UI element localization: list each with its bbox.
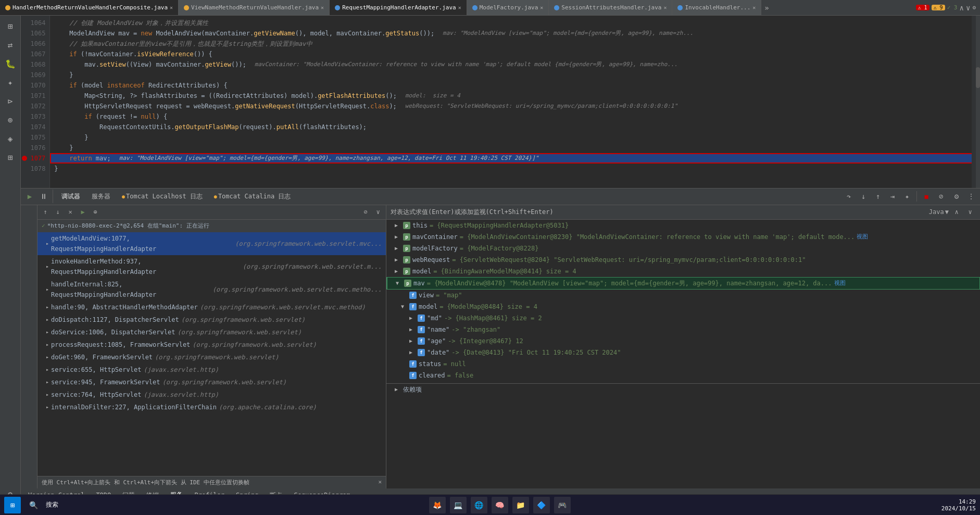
expand-icon[interactable]: ∧ [960, 4, 964, 12]
more-tabs-button[interactable]: » [761, 4, 772, 12]
step-over-button[interactable]: ↷ [842, 190, 856, 203]
sidebar-icon-7[interactable]: ⊞ [2, 149, 19, 166]
mute-button[interactable]: ⊘ [934, 190, 948, 203]
var-dependencies[interactable]: 依赖项 [386, 383, 980, 395]
close-tab-icon[interactable]: ✕ [752, 5, 756, 10]
close-tip-icon[interactable]: ✕ [378, 479, 382, 485]
debug-tab-server[interactable]: 服务器 [86, 189, 116, 204]
settings-icon[interactable]: ⚙ [950, 190, 963, 203]
services-label[interactable]: 服务 [21, 205, 37, 212]
tab-requestmapping-adapter[interactable]: RequestMappingHandlerAdapter.java ✕ [330, 0, 467, 16]
chevron-down-icon[interactable]: ∨ [372, 206, 384, 218]
tab-viewname-handler[interactable]: ViewNameMethodReturnValueHandler.java ✕ [179, 0, 330, 16]
expand-icon[interactable] [395, 266, 401, 277]
run-to-cursor-button[interactable]: ⇥ [886, 190, 899, 203]
evaluate-button[interactable]: ✦ [900, 190, 914, 203]
hide-button[interactable]: ✕ [65, 206, 76, 218]
stack-item-10[interactable]: ▸ service:764, HttpServlet (javax.servle… [37, 388, 386, 401]
var-model[interactable]: p model = {BindingAwareModelMap@8414} si… [386, 266, 980, 277]
stack-item-3[interactable]: ▸ handle:90, AbstractHandlerMethodAdapte… [37, 301, 386, 313]
lang-dropdown-icon[interactable]: ▼ [945, 208, 949, 216]
stack-item-11[interactable]: ▸ internalDoFilter:227, ApplicationFilte… [37, 401, 386, 413]
var-mav-model-date[interactable]: f "date" -> {Date@8413} "Fri Oct 11 19:4… [386, 347, 980, 358]
close-tab-icon[interactable]: ✕ [540, 5, 543, 10]
step-out-button[interactable]: ↑ [871, 190, 885, 203]
taskbar-app-idea[interactable]: 🧠 [492, 497, 508, 513]
view-link[interactable]: 视图 [834, 278, 846, 288]
var-mav-cleared[interactable]: f cleared = false [386, 370, 980, 381]
close-tab-icon[interactable]: ✕ [170, 5, 173, 10]
stack-item-7[interactable]: ▸ doGet:960, FrameworkServlet (org.sprin… [37, 351, 386, 363]
taskbar-app-7[interactable]: 🎮 [554, 497, 571, 513]
taskbar-app-1[interactable]: 🦊 [429, 497, 446, 513]
debug-tab-tomcat-catalina[interactable]: ● Tomcat Catalina 日志 [209, 189, 296, 204]
sidebar-icon-3[interactable]: ✦ [2, 74, 19, 91]
expand-icon[interactable] [409, 324, 416, 335]
expand-icon[interactable] [395, 232, 401, 242]
sidebar-icon-6[interactable]: ◈ [2, 130, 19, 147]
tab-modelfactory[interactable]: ModelFactory.java ✕ [467, 0, 549, 16]
var-mavcontainer[interactable]: p mavContainer = {ModelAndViewContainer@… [386, 231, 980, 243]
debug-tab-debugger[interactable]: 调试器 [56, 189, 85, 204]
filter-icon[interactable]: ⊘ [360, 206, 371, 218]
code-content[interactable]: // 创建 ModelAndView 对象，并设置相关属性 ModelAndVi… [50, 16, 980, 188]
editor-scroll-thumb[interactable] [976, 67, 980, 88]
taskbar-app-5[interactable]: 📁 [512, 497, 529, 513]
stack-item-5[interactable]: ▸ doService:1006, DispatcherServlet (org… [37, 326, 386, 338]
sidebar-icon-5[interactable]: ⊕ [2, 111, 19, 128]
var-mav-model[interactable]: f model = {ModelMap@8484} size = 4 [386, 301, 980, 312]
var-down-icon[interactable]: ∨ [964, 206, 976, 218]
var-mav-status[interactable]: f status = null [386, 358, 980, 370]
expand-icon[interactable] [395, 384, 401, 395]
search-taskbar-button[interactable]: 🔍 [25, 497, 42, 513]
sidebar-icon-4[interactable]: ⊳ [2, 93, 19, 109]
close-tab-icon[interactable]: ✕ [663, 5, 667, 10]
stack-item-9[interactable]: ▸ service:945, FrameworkServlet (org.spr… [37, 376, 386, 388]
var-this[interactable]: p this = {RequestMappingHandlerAdapter@5… [386, 220, 980, 231]
run-panel-button[interactable]: ▶ [77, 206, 89, 218]
close-tab-icon[interactable]: ✕ [458, 5, 461, 10]
step-into-button[interactable]: ↓ [857, 190, 870, 203]
expand-icon[interactable] [409, 313, 416, 323]
expand-icon[interactable] [395, 255, 401, 265]
resume-button[interactable]: ▶ [23, 190, 36, 203]
taskbar-app-2[interactable]: 💻 [450, 497, 467, 513]
stack-item-8[interactable]: ▸ service:655, HttpServlet (javax.servle… [37, 363, 386, 376]
var-mav-model-age[interactable]: f "age" -> {Integer@8467} 12 [386, 335, 980, 347]
start-button[interactable]: ⊞ [4, 497, 21, 513]
var-mav[interactable]: p mav = {ModelAndView@8478} "ModelAndVie… [386, 277, 980, 290]
sidebar-icon-1[interactable]: ⊞ [2, 18, 19, 34]
close-tab-icon[interactable]: ✕ [321, 5, 324, 10]
taskbar-app-6[interactable]: 🔷 [533, 497, 550, 513]
pause-button[interactable]: ⏸ [37, 190, 51, 203]
settings-icon[interactable]: ⚙ [972, 4, 976, 11]
expand-icon[interactable] [396, 278, 402, 288]
collapse-icon[interactable]: ∨ [966, 4, 970, 12]
tab-handler-composite[interactable]: HandlerMethodReturnValueHandlerComposite… [0, 0, 179, 16]
tab-session-handler[interactable]: SessionAttributesHandler.java ✕ [549, 0, 672, 16]
editor-scrollbar[interactable] [976, 16, 980, 188]
debug-tab-tomcat-localhost[interactable]: ● Tomcat Localhost 日志 [117, 189, 208, 204]
view-link[interactable]: 视图 [857, 232, 868, 242]
more-options-icon[interactable]: ⋮ [964, 190, 978, 203]
sidebar-icon-2[interactable]: ⇄ [2, 36, 19, 53]
var-up-icon[interactable]: ∧ [951, 206, 962, 218]
stack-item-1[interactable]: ▸ invokeHandlerMethod:937, RequestMappin… [37, 255, 386, 278]
expand-icon[interactable] [409, 336, 416, 346]
stop-button[interactable]: ◼ [920, 190, 933, 203]
var-mav-view[interactable]: f view = "map" [386, 290, 980, 301]
sidebar-debug-icon[interactable]: 🐛 [2, 55, 19, 72]
var-webrequest[interactable]: p webRequest = {ServletWebRequest@8204} … [386, 254, 980, 266]
var-mav-model-md[interactable]: f "md" -> {HashMap@8461} size = 2 [386, 312, 980, 324]
taskbar-app-3[interactable]: 🌐 [471, 497, 487, 513]
stack-item-6[interactable]: ▸ processRequest:1085, FrameworkServlet … [37, 338, 386, 351]
variable-list[interactable]: p this = {RequestMappingHandlerAdapter@5… [386, 220, 980, 488]
expand-icon[interactable] [395, 220, 401, 231]
tab-invocable-handler[interactable]: InvocableHandler... ✕ [672, 0, 761, 16]
call-stack-list[interactable]: ▸ getModelAndView:1077, RequestMappingHa… [37, 232, 386, 476]
expand-icon[interactable] [409, 347, 416, 358]
var-mav-model-name[interactable]: f "name" -> "zhangsan" [386, 324, 980, 335]
expand-icon[interactable] [395, 243, 401, 254]
down-frame-button[interactable]: ↓ [52, 206, 64, 218]
stack-item-0[interactable]: ▸ getModelAndView:1077, RequestMappingHa… [37, 232, 386, 255]
